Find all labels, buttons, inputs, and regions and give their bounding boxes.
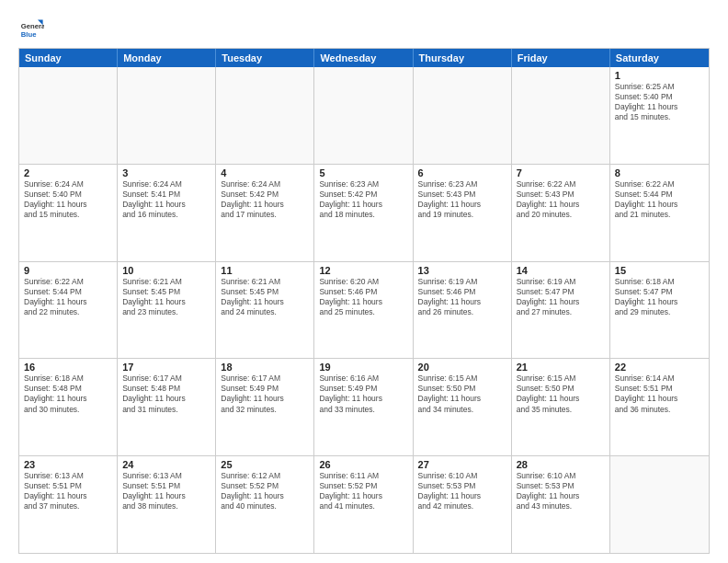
cell-info-1: Sunrise: 6:25 AM Sunset: 5:40 PM Dayligh… bbox=[615, 82, 704, 122]
cell-info-4: Sunrise: 6:24 AM Sunset: 5:42 PM Dayligh… bbox=[221, 179, 309, 220]
cell-date-1: 1 bbox=[615, 70, 704, 81]
cell-info-14: Sunrise: 6:19 AM Sunset: 5:47 PM Dayligh… bbox=[517, 277, 605, 317]
cal-cell-25: 25Sunrise: 6:12 AM Sunset: 5:52 PM Dayli… bbox=[216, 456, 314, 553]
cal-cell-27: 27Sunrise: 6:10 AM Sunset: 5:53 PM Dayli… bbox=[414, 456, 512, 553]
cal-cell-15: 15Sunrise: 6:18 AM Sunset: 5:47 PM Dayli… bbox=[610, 262, 709, 359]
cal-cell-7: 7Sunrise: 6:22 AM Sunset: 5:43 PM Daylig… bbox=[512, 165, 610, 261]
cell-date-8: 8 bbox=[615, 167, 704, 178]
cell-date-9: 9 bbox=[24, 265, 112, 276]
cal-cell-empty bbox=[610, 456, 709, 553]
cal-cell-8: 8Sunrise: 6:22 AM Sunset: 5:44 PM Daylig… bbox=[610, 165, 709, 261]
calendar-row-1: 1Sunrise: 6:25 AM Sunset: 5:40 PM Daylig… bbox=[19, 67, 709, 164]
cal-cell-4: 4Sunrise: 6:24 AM Sunset: 5:42 PM Daylig… bbox=[216, 165, 314, 261]
cal-cell-empty bbox=[512, 67, 610, 164]
calendar-body: 1Sunrise: 6:25 AM Sunset: 5:40 PM Daylig… bbox=[19, 67, 709, 553]
cal-cell-16: 16Sunrise: 6:18 AM Sunset: 5:48 PM Dayli… bbox=[19, 359, 118, 455]
cell-date-5: 5 bbox=[319, 167, 407, 178]
day-header-friday: Friday bbox=[512, 49, 610, 67]
cal-cell-empty bbox=[19, 67, 118, 164]
cal-cell-22: 22Sunrise: 6:14 AM Sunset: 5:51 PM Dayli… bbox=[610, 359, 709, 455]
cal-cell-1: 1Sunrise: 6:25 AM Sunset: 5:40 PM Daylig… bbox=[610, 67, 709, 164]
cell-date-16: 16 bbox=[24, 362, 112, 373]
cal-cell-24: 24Sunrise: 6:13 AM Sunset: 5:51 PM Dayli… bbox=[118, 456, 216, 553]
cal-cell-28: 28Sunrise: 6:10 AM Sunset: 5:53 PM Dayli… bbox=[512, 456, 610, 553]
cal-cell-14: 14Sunrise: 6:19 AM Sunset: 5:47 PM Dayli… bbox=[512, 262, 610, 359]
page-header: General Blue bbox=[18, 15, 710, 40]
cell-date-25: 25 bbox=[221, 459, 309, 470]
calendar-header: SundayMondayTuesdayWednesdayThursdayFrid… bbox=[19, 49, 709, 67]
cell-date-20: 20 bbox=[418, 362, 506, 373]
cell-date-11: 11 bbox=[221, 265, 309, 276]
cal-cell-23: 23Sunrise: 6:13 AM Sunset: 5:51 PM Dayli… bbox=[19, 456, 118, 553]
cell-date-7: 7 bbox=[517, 167, 605, 178]
cal-cell-empty bbox=[216, 67, 314, 164]
cal-cell-empty bbox=[118, 67, 216, 164]
cell-info-5: Sunrise: 6:23 AM Sunset: 5:42 PM Dayligh… bbox=[319, 179, 407, 220]
cal-cell-empty bbox=[414, 67, 512, 164]
cell-date-10: 10 bbox=[122, 265, 210, 276]
cal-cell-6: 6Sunrise: 6:23 AM Sunset: 5:43 PM Daylig… bbox=[414, 165, 512, 261]
logo-icon: General Blue bbox=[18, 15, 44, 40]
cell-info-17: Sunrise: 6:17 AM Sunset: 5:48 PM Dayligh… bbox=[122, 373, 210, 414]
cal-cell-18: 18Sunrise: 6:17 AM Sunset: 5:49 PM Dayli… bbox=[216, 359, 314, 455]
calendar-row-3: 9Sunrise: 6:22 AM Sunset: 5:44 PM Daylig… bbox=[19, 261, 709, 359]
cell-info-10: Sunrise: 6:21 AM Sunset: 5:45 PM Dayligh… bbox=[122, 277, 210, 317]
cell-date-24: 24 bbox=[122, 459, 210, 470]
cal-cell-19: 19Sunrise: 6:16 AM Sunset: 5:49 PM Dayli… bbox=[314, 359, 413, 455]
cell-info-23: Sunrise: 6:13 AM Sunset: 5:51 PM Dayligh… bbox=[24, 471, 112, 511]
cell-info-25: Sunrise: 6:12 AM Sunset: 5:52 PM Dayligh… bbox=[221, 471, 309, 511]
cell-info-20: Sunrise: 6:15 AM Sunset: 5:50 PM Dayligh… bbox=[418, 373, 506, 414]
day-header-thursday: Thursday bbox=[414, 49, 512, 67]
calendar-row-4: 16Sunrise: 6:18 AM Sunset: 5:48 PM Dayli… bbox=[19, 358, 709, 455]
day-header-monday: Monday bbox=[118, 49, 216, 67]
cal-cell-10: 10Sunrise: 6:21 AM Sunset: 5:45 PM Dayli… bbox=[118, 262, 216, 359]
day-header-saturday: Saturday bbox=[610, 49, 709, 67]
cell-info-26: Sunrise: 6:11 AM Sunset: 5:52 PM Dayligh… bbox=[319, 471, 407, 511]
cell-date-27: 27 bbox=[418, 459, 506, 470]
day-header-wednesday: Wednesday bbox=[314, 49, 413, 67]
cal-cell-3: 3Sunrise: 6:24 AM Sunset: 5:41 PM Daylig… bbox=[118, 165, 216, 261]
cell-info-22: Sunrise: 6:14 AM Sunset: 5:51 PM Dayligh… bbox=[615, 373, 704, 414]
calendar-row-5: 23Sunrise: 6:13 AM Sunset: 5:51 PM Dayli… bbox=[19, 455, 709, 553]
cal-cell-2: 2Sunrise: 6:24 AM Sunset: 5:40 PM Daylig… bbox=[19, 165, 118, 261]
cal-cell-20: 20Sunrise: 6:15 AM Sunset: 5:50 PM Dayli… bbox=[414, 359, 512, 455]
calendar: SundayMondayTuesdayWednesdayThursdayFrid… bbox=[18, 48, 710, 554]
cell-date-21: 21 bbox=[517, 362, 605, 373]
cal-cell-13: 13Sunrise: 6:19 AM Sunset: 5:46 PM Dayli… bbox=[414, 262, 512, 359]
cal-cell-11: 11Sunrise: 6:21 AM Sunset: 5:45 PM Dayli… bbox=[216, 262, 314, 359]
cell-date-4: 4 bbox=[221, 167, 309, 178]
cal-cell-26: 26Sunrise: 6:11 AM Sunset: 5:52 PM Dayli… bbox=[314, 456, 413, 553]
cell-info-15: Sunrise: 6:18 AM Sunset: 5:47 PM Dayligh… bbox=[615, 277, 704, 317]
cell-info-9: Sunrise: 6:22 AM Sunset: 5:44 PM Dayligh… bbox=[24, 277, 112, 317]
cell-date-28: 28 bbox=[517, 459, 605, 470]
cal-cell-17: 17Sunrise: 6:17 AM Sunset: 5:48 PM Dayli… bbox=[118, 359, 216, 455]
cell-date-13: 13 bbox=[418, 265, 506, 276]
cell-info-3: Sunrise: 6:24 AM Sunset: 5:41 PM Dayligh… bbox=[122, 179, 210, 220]
cell-info-12: Sunrise: 6:20 AM Sunset: 5:46 PM Dayligh… bbox=[319, 277, 407, 317]
cell-info-19: Sunrise: 6:16 AM Sunset: 5:49 PM Dayligh… bbox=[319, 373, 407, 414]
cal-cell-5: 5Sunrise: 6:23 AM Sunset: 5:42 PM Daylig… bbox=[314, 165, 413, 261]
cell-info-2: Sunrise: 6:24 AM Sunset: 5:40 PM Dayligh… bbox=[24, 179, 112, 220]
cell-date-12: 12 bbox=[319, 265, 407, 276]
cell-date-18: 18 bbox=[221, 362, 309, 373]
cell-info-28: Sunrise: 6:10 AM Sunset: 5:53 PM Dayligh… bbox=[517, 471, 605, 511]
cal-cell-empty bbox=[314, 67, 413, 164]
cell-info-21: Sunrise: 6:15 AM Sunset: 5:50 PM Dayligh… bbox=[517, 373, 605, 414]
day-header-tuesday: Tuesday bbox=[216, 49, 314, 67]
cell-info-11: Sunrise: 6:21 AM Sunset: 5:45 PM Dayligh… bbox=[221, 277, 309, 317]
cell-date-26: 26 bbox=[319, 459, 407, 470]
cell-info-13: Sunrise: 6:19 AM Sunset: 5:46 PM Dayligh… bbox=[418, 277, 506, 317]
day-header-sunday: Sunday bbox=[19, 49, 118, 67]
cal-cell-9: 9Sunrise: 6:22 AM Sunset: 5:44 PM Daylig… bbox=[19, 262, 118, 359]
cell-date-19: 19 bbox=[319, 362, 407, 373]
cell-date-23: 23 bbox=[24, 459, 112, 470]
cell-info-16: Sunrise: 6:18 AM Sunset: 5:48 PM Dayligh… bbox=[24, 373, 112, 414]
cell-info-27: Sunrise: 6:10 AM Sunset: 5:53 PM Dayligh… bbox=[418, 471, 506, 511]
cell-date-17: 17 bbox=[122, 362, 210, 373]
logo: General Blue bbox=[18, 15, 46, 40]
cell-info-6: Sunrise: 6:23 AM Sunset: 5:43 PM Dayligh… bbox=[418, 179, 506, 220]
svg-text:Blue: Blue bbox=[21, 30, 37, 39]
cell-date-14: 14 bbox=[517, 265, 605, 276]
cell-date-3: 3 bbox=[122, 167, 210, 178]
svg-text:General: General bbox=[21, 22, 44, 30]
